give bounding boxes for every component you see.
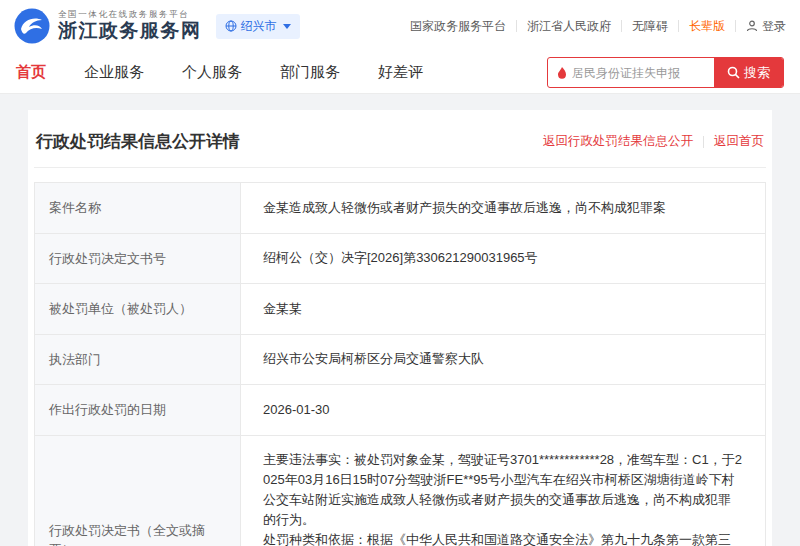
link-national-platform[interactable]: 国家政务服务平台 (410, 18, 506, 35)
nav-item-department-services[interactable]: 部门服务 (280, 63, 340, 82)
field-value: 主要违法事实：被处罚对象金某，驾驶证号3701************28，准驾… (241, 435, 766, 546)
link-elder-version[interactable]: 长辈版 (689, 18, 725, 35)
detail-table: 案件名称 金某造成致人轻微伤或者财产损失的交通事故后逃逸，尚不构成犯罪案 行政处… (34, 182, 766, 546)
city-name: 绍兴市 (241, 18, 277, 35)
field-value: 绍柯公（交）决字[2026]第330621290031965号 (241, 233, 766, 284)
detail-card: 行政处罚结果信息公开详情 返回行政处罚结果信息公开 返回首页 案件名称 金某造成… (28, 110, 772, 546)
back-to-list-link[interactable]: 返回行政处罚结果信息公开 (543, 133, 693, 150)
field-value: 金某造成致人轻微伤或者财产损失的交通事故后逃逸，尚不构成犯罪案 (241, 183, 766, 234)
field-value: 2026-01-30 (241, 385, 766, 436)
field-label: 作出行政处罚的日期 (35, 385, 241, 436)
divider (678, 20, 679, 32)
back-links: 返回行政处罚结果信息公开 返回首页 (543, 133, 764, 150)
field-label: 案件名称 (35, 183, 241, 234)
chevron-down-icon (283, 24, 291, 29)
table-row: 作出行政处罚的日期 2026-01-30 (35, 385, 766, 436)
link-provincial-government[interactable]: 浙江省人民政府 (527, 18, 611, 35)
title-row: 行政处罚结果信息公开详情 返回行政处罚结果信息公开 返回首页 (34, 128, 766, 168)
divider (703, 136, 704, 148)
page-body: 行政处罚结果信息公开详情 返回行政处罚结果信息公开 返回首页 案件名称 金某造成… (0, 94, 800, 546)
site-logo-icon (14, 8, 50, 44)
top-links: 国家政务服务平台 浙江省人民政府 无障碍 长辈版 登录 (410, 18, 786, 35)
user-icon (746, 20, 758, 32)
table-row: 行政处罚决定文书号 绍柯公（交）决字[2026]第330621290031965… (35, 233, 766, 284)
search-input[interactable] (572, 58, 714, 87)
site-logo[interactable]: 全国一体化在线政务服务平台 浙江政务服务网 (14, 8, 202, 44)
site-name: 浙江政务服务网 (58, 19, 202, 43)
nav-item-personal-services[interactable]: 个人服务 (182, 63, 242, 82)
field-value: 绍兴市公安局柯桥区分局交通警察大队 (241, 334, 766, 385)
table-row: 案件名称 金某造成致人轻微伤或者财产损失的交通事故后逃逸，尚不构成犯罪案 (35, 183, 766, 234)
search-box: 搜索 (547, 57, 784, 88)
search-button[interactable]: 搜索 (714, 58, 783, 87)
search-button-label: 搜索 (744, 64, 770, 82)
site-logo-text: 全国一体化在线政务服务平台 浙江政务服务网 (58, 9, 202, 43)
login-link[interactable]: 登录 (746, 18, 786, 35)
hot-search-icon (557, 67, 567, 79)
city-selector[interactable]: 绍兴市 (216, 14, 300, 39)
table-row: 行政处罚决定书（全文或摘要） 主要违法事实：被处罚对象金某，驾驶证号3701**… (35, 435, 766, 546)
divider (621, 20, 622, 32)
divider (735, 20, 736, 32)
nav-item-reviews[interactable]: 好差评 (378, 63, 423, 82)
field-label: 行政处罚决定书（全文或摘要） (35, 435, 241, 546)
main-nav: 首页 企业服务 个人服务 部门服务 好差评 搜索 (0, 52, 800, 94)
page-title: 行政处罚结果信息公开详情 (36, 130, 240, 153)
table-row: 被处罚单位（被处罚人） 金某某 (35, 284, 766, 335)
field-value: 金某某 (241, 284, 766, 335)
table-row: 执法部门 绍兴市公安局柯桥区分局交通警察大队 (35, 334, 766, 385)
nav-item-home[interactable]: 首页 (16, 63, 46, 82)
globe-icon (225, 20, 237, 32)
field-label: 行政处罚决定文书号 (35, 233, 241, 284)
field-label: 被处罚单位（被处罚人） (35, 284, 241, 335)
divider (516, 20, 517, 32)
top-header: 全国一体化在线政务服务平台 浙江政务服务网 绍兴市 国家政务服务平台 浙江省人民… (0, 0, 800, 52)
back-to-home-link[interactable]: 返回首页 (714, 133, 764, 150)
login-label: 登录 (762, 18, 786, 35)
link-accessibility[interactable]: 无障碍 (632, 18, 668, 35)
field-label: 执法部门 (35, 334, 241, 385)
platform-tagline: 全国一体化在线政务服务平台 (58, 9, 202, 20)
nav-item-enterprise-services[interactable]: 企业服务 (84, 63, 144, 82)
search-icon (727, 66, 740, 79)
